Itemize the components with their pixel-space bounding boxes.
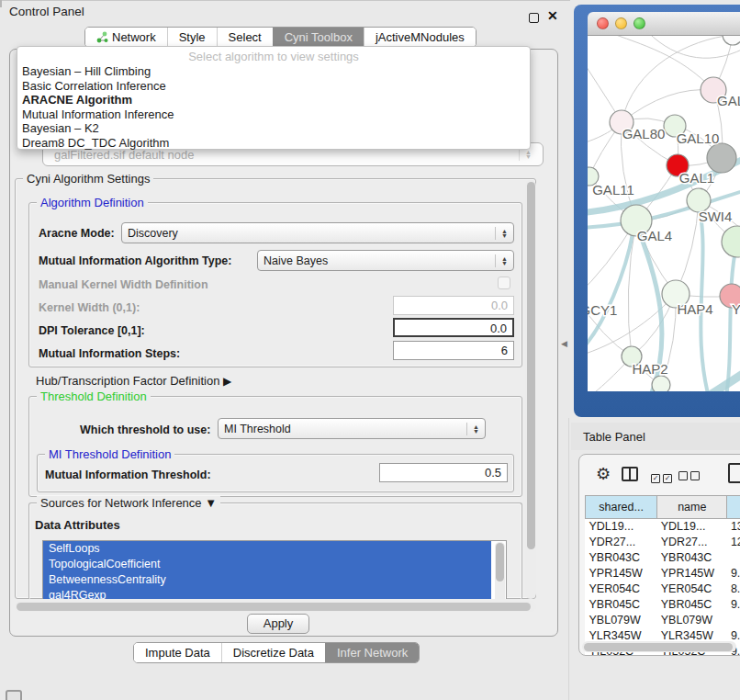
settings-vertical-scrollbar[interactable] — [525, 180, 536, 599]
node-label-gal10: GAL10 — [677, 130, 720, 146]
table-column-header-shared[interactable]: shared... — [586, 496, 657, 519]
panel-mini-button[interactable] — [6, 690, 22, 700]
table-row[interactable]: YBR045CYBR045C9. — [586, 597, 740, 613]
mi-steps-field[interactable]: 6 — [393, 341, 514, 360]
kernel-width-field[interactable]: 0.0 — [393, 296, 514, 315]
traffic-minimize-icon[interactable] — [615, 17, 627, 29]
apply-button[interactable]: Apply — [247, 614, 309, 634]
table-cell: 9. — [727, 597, 740, 613]
network-edge-bundle[interactable] — [699, 205, 712, 391]
tab-cyni-toolbox[interactable]: Cyni Toolbox — [273, 28, 364, 47]
table-row[interactable]: YPR145WYPR145W9. — [586, 566, 740, 581]
table-row[interactable]: YER054CYER054C8. — [586, 581, 740, 597]
node-label-hap2: HAP2 — [632, 361, 667, 377]
attribute-item-betweennesscentrality[interactable]: BetweennessCentrality — [43, 572, 491, 588]
algorithm-popup-placeholder: Select algorithm to view settings — [17, 49, 530, 64]
network-canvas[interactable]: GAL80GAL10GAL1GAL11SWI4GAL4GCY1HAP4YHAP2… — [588, 36, 740, 391]
attribute-item-selfloops[interactable]: SelfLoops — [43, 541, 491, 557]
columns-icon[interactable] — [622, 467, 638, 481]
algorithm-option-bayesian-k2[interactable]: Bayesian – K2 — [17, 121, 530, 136]
tab-network[interactable]: Network — [85, 28, 167, 47]
import-table-icon[interactable] — [728, 463, 740, 483]
table-column-header-2[interactable] — [727, 496, 740, 519]
algorithm-option-basic-correlation-inference[interactable]: Basic Correlation Inference — [17, 79, 530, 94]
algorithm-option-bayesian-hill-climbing[interactable]: Bayesian – Hill Climbing — [17, 64, 530, 79]
network-edge — [588, 45, 622, 122]
algorithm-option-aracne-algorithm[interactable]: ARACNE Algorithm — [17, 93, 530, 107]
network-edge-bundle[interactable] — [588, 228, 633, 361]
network-window-titlebar[interactable] — [588, 12, 740, 36]
select-all-columns-icon[interactable]: ✓✓ — [651, 469, 675, 483]
close-icon[interactable]: ✕ — [547, 8, 558, 23]
node-label-gcy1: GCY1 — [588, 302, 617, 318]
table-cell: 12 — [727, 535, 740, 550]
aracne-mode-combo[interactable]: Discovery ▲▼ — [121, 222, 514, 243]
tab-select[interactable]: Select — [217, 28, 273, 47]
node-partial-top[interactable] — [723, 36, 740, 45]
attribute-item-topologicalcoefficient[interactable]: TopologicalCoefficient — [43, 557, 491, 572]
table-column-header-name[interactable]: name — [657, 496, 727, 519]
mi-algorithm-type-combo[interactable]: Naive Bayes ▲▼ — [257, 250, 514, 271]
manual-kernel-checkbox[interactable] — [498, 277, 510, 289]
which-threshold-combo[interactable]: MI Threshold ▲▼ — [218, 418, 486, 439]
cyni-algorithm-settings-group: Cyni Algorithm Settings Algorithm Defini… — [15, 178, 536, 599]
control-panel-title: Control Panel — [9, 5, 84, 18]
expand-arrow-icon: ▶ — [223, 375, 231, 388]
table-cell: YBL079W — [586, 613, 657, 628]
threshold-definition-group: Threshold Definition Which threshold to … — [28, 396, 522, 497]
table-cell: 13 — [727, 519, 740, 535]
tab-impute-data-label: Impute Data — [145, 646, 210, 660]
table-row[interactable]: YDR27...YDR27...12 — [586, 535, 740, 550]
tab-jactivemnodules[interactable]: jActiveMNodules — [364, 28, 476, 47]
hub-definition-toggle[interactable]: Hub/Transcription Factor Definition ▶ — [36, 374, 231, 388]
dpi-tolerance-field[interactable]: 0.0 — [393, 318, 514, 337]
table-cell: YBR043C — [657, 550, 727, 566]
sources-group-title: Sources for Network Inference ▼ — [37, 496, 220, 510]
traffic-zoom-icon[interactable] — [633, 17, 645, 29]
float-icon[interactable] — [529, 13, 539, 23]
node-label-gal1: GAL1 — [679, 170, 714, 186]
algorithm-option-mutual-information-inference[interactable]: Mutual Information Inference — [17, 107, 530, 122]
table-cell: YDR27... — [586, 535, 657, 550]
unselect-all-columns-icon[interactable] — [678, 469, 702, 483]
network-window: GAL80GAL10GAL1GAL11SWI4GAL4GCY1HAP4YHAP2… — [574, 5, 740, 417]
threshold-definition-title: Threshold Definition — [37, 390, 151, 403]
cyni-bottom-tabs: Impute DataDiscretize DataInfer Network — [133, 642, 420, 663]
splitter-arrow-icon[interactable]: ◀ — [561, 339, 567, 348]
table-cell: YBR045C — [586, 597, 657, 613]
network-edge — [606, 36, 713, 90]
tab-infer-network[interactable]: Infer Network — [325, 643, 419, 662]
table-cell: YBR043C — [586, 550, 657, 566]
collapse-arrow-icon[interactable]: ▼ — [205, 496, 217, 510]
attribute-item-gal4rgexp[interactable]: gal4RGexp — [43, 588, 491, 599]
node-label-gal: GAL — [717, 93, 740, 108]
tab-discretize-data[interactable]: Discretize Data — [221, 643, 325, 662]
settings-horizontal-scrollbar[interactable] — [15, 601, 536, 612]
attributes-list-scrollbar[interactable] — [495, 542, 505, 599]
traffic-close-icon[interactable] — [597, 17, 609, 29]
table-row[interactable]: YDL19...YDL19...13 — [586, 519, 740, 535]
node-gray-node[interactable] — [707, 143, 736, 173]
tab-network-label: Network — [112, 30, 156, 44]
tab-jactivemnodules-label: jActiveMNodules — [376, 30, 465, 44]
table-cell — [727, 613, 740, 628]
table-panel-body: ⚙ ✓✓ shared...name YDL19...YDL19...13YDR… — [578, 454, 740, 656]
table-row[interactable]: YBR043CYBR043C — [586, 550, 740, 566]
node-label-hap4: HAP4 — [677, 301, 712, 317]
control-panel-window: Control Panel ✕ NetworkStyleSelectCyni T… — [0, 0, 570, 673]
tab-style[interactable]: Style — [167, 28, 217, 47]
data-attributes-list[interactable]: SelfLoopsTopologicalCoefficientBetweenne… — [42, 540, 507, 599]
table-row[interactable]: YBL079WYBL079W — [586, 613, 740, 628]
network-edge[interactable] — [676, 200, 699, 294]
node-partial-bottom[interactable] — [652, 376, 670, 391]
tab-impute-data[interactable]: Impute Data — [134, 643, 221, 662]
combo-arrows-icon: ▲▼ — [495, 254, 508, 267]
mi-algorithm-type-value: Naive Bayes — [263, 254, 328, 267]
node-right-big[interactable] — [722, 226, 740, 257]
which-threshold-label: Which threshold to use: — [80, 423, 210, 436]
mi-threshold-field[interactable]: 0.5 — [379, 463, 508, 482]
algorithm-option-dream8-dc-tdc-algorithm[interactable]: Dream8 DC_TDC Algorithm — [17, 136, 530, 151]
table-horizontal-scrollbar[interactable] — [582, 641, 736, 652]
gear-icon[interactable]: ⚙ — [596, 464, 611, 484]
node-label-gal11: GAL11 — [592, 182, 634, 198]
